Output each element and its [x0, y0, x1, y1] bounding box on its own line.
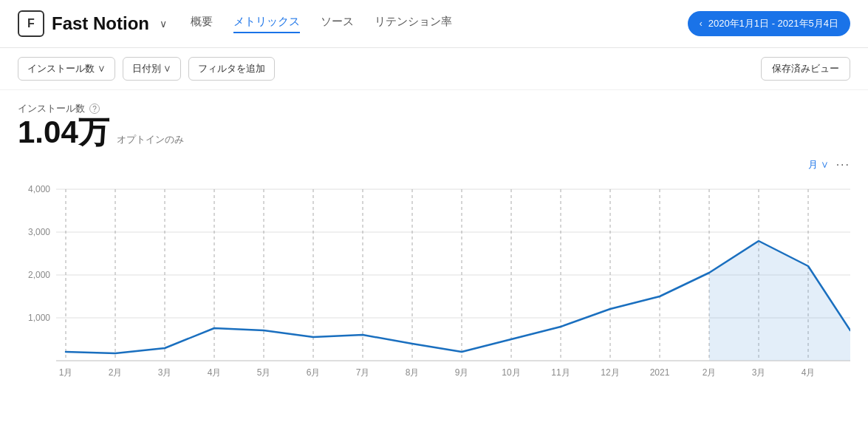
chart-area: 4,000 3,000 2,000 1,000 — [18, 174, 850, 404]
svg-text:12月: 12月 — [601, 367, 619, 378]
chart-container: 月 ∨ ··· 4,000 3,000 2,000 1,000 — [0, 158, 868, 404]
metric-sub-label: オプトインのみ — [117, 135, 184, 145]
svg-text:1月: 1月 — [59, 367, 73, 378]
toolbar: インストール数 ∨ 日付別 ∨ フィルタを追加 保存済みビュー — [0, 48, 868, 90]
svg-text:2021: 2021 — [650, 367, 670, 378]
date-range-button[interactable]: ‹ 2020年1月1日 - 2021年5月4日 — [688, 11, 850, 36]
svg-text:4月: 4月 — [208, 367, 222, 378]
svg-text:6月: 6月 — [307, 367, 321, 378]
add-filter-button[interactable]: フィルタを追加 — [188, 57, 275, 81]
app-title: Fast Notion — [52, 13, 149, 34]
app-logo-icon: F — [18, 10, 44, 37]
svg-text:3月: 3月 — [752, 367, 766, 378]
svg-text:9月: 9月 — [455, 367, 469, 378]
tab-source[interactable]: ソース — [321, 15, 354, 33]
nav-tabs: 概要 メトリックス ソース リテンション率 — [191, 15, 688, 33]
svg-text:2,000: 2,000 — [28, 270, 50, 280]
help-icon[interactable]: ? — [89, 103, 100, 114]
svg-text:2月: 2月 — [703, 367, 717, 378]
chart-controls: 月 ∨ ··· — [18, 158, 850, 171]
svg-text:4,000: 4,000 — [28, 184, 50, 194]
svg-text:3月: 3月 — [158, 367, 172, 378]
period-selector[interactable]: 月 ∨ — [808, 158, 829, 171]
metric-value: 1.04万 オプトインのみ — [18, 115, 850, 149]
more-options-button[interactable]: ··· — [836, 158, 850, 171]
svg-text:7月: 7月 — [356, 367, 370, 378]
left-arrow-icon: ‹ — [700, 18, 703, 29]
saved-view-button[interactable]: 保存済みビュー — [761, 57, 850, 81]
svg-text:3,000: 3,000 — [28, 227, 50, 237]
svg-text:5月: 5月 — [257, 367, 271, 378]
tab-overview[interactable]: 概要 — [191, 15, 213, 33]
svg-text:10月: 10月 — [502, 367, 520, 378]
line-chart: 4,000 3,000 2,000 1,000 — [18, 174, 850, 404]
logo-area: F Fast Notion ∨ — [18, 10, 167, 37]
svg-text:1,000: 1,000 — [28, 313, 50, 323]
tab-retention[interactable]: リテンション率 — [375, 15, 452, 33]
chevron-down-icon[interactable]: ∨ — [160, 18, 167, 30]
metric-label: インストール数 ? — [18, 102, 850, 115]
svg-text:2月: 2月 — [109, 367, 123, 378]
svg-text:4月: 4月 — [802, 367, 816, 378]
header: F Fast Notion ∨ 概要 メトリックス ソース リテンション率 ‹ … — [0, 0, 868, 48]
date-filter[interactable]: 日付別 ∨ — [123, 57, 182, 81]
svg-text:8月: 8月 — [406, 367, 420, 378]
main-content: インストール数 ? 1.04万 オプトインのみ — [0, 90, 868, 155]
svg-text:11月: 11月 — [551, 367, 570, 378]
tab-metrics[interactable]: メトリックス — [233, 15, 300, 33]
install-count-filter[interactable]: インストール数 ∨ — [18, 57, 115, 81]
